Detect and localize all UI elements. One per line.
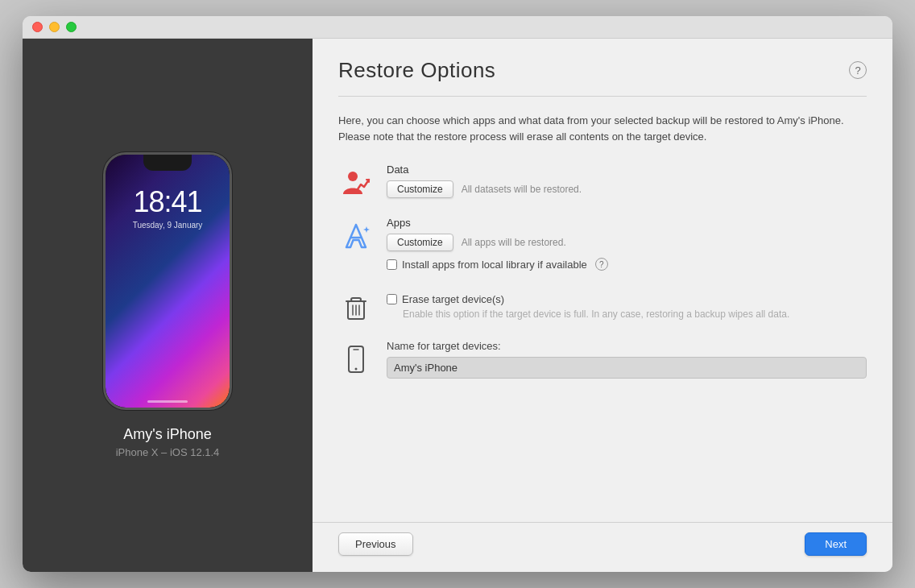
svg-point-10 <box>355 368 358 371</box>
device-info: Amy's iPhone iPhone X – iOS 12.1.4 <box>116 426 220 458</box>
data-content: Data Customize All datasets will be rest… <box>387 164 867 198</box>
close-button[interactable] <box>32 22 43 32</box>
svg-rect-4 <box>351 298 361 301</box>
svg-point-0 <box>348 172 358 181</box>
titlebar <box>23 16 892 39</box>
content-area: 18:41 Tuesday, 9 January Amy's iPhone iP… <box>23 39 892 572</box>
erase-label[interactable]: Erase target device(s) <box>402 293 504 305</box>
install-local-checkbox[interactable] <box>387 259 397 270</box>
apps-section: Apps Customize All apps will be restored… <box>338 217 867 271</box>
right-panel: Restore Options ? Here, you can choose w… <box>313 39 892 572</box>
apps-content: Apps Customize All apps will be restored… <box>387 217 867 271</box>
name-content: Name for target devices: <box>387 340 867 379</box>
phone-home-indicator <box>147 400 188 403</box>
apps-icon <box>338 218 374 254</box>
phone-time: 18:41 <box>106 185 230 219</box>
name-label: Name for target devices: <box>387 340 867 352</box>
left-panel: 18:41 Tuesday, 9 January Amy's iPhone iP… <box>23 39 313 572</box>
erase-section: Erase target device(s) Enable this optio… <box>338 287 867 324</box>
minimize-button[interactable] <box>49 22 60 32</box>
right-header: Restore Options ? <box>313 39 892 96</box>
device-model: iPhone X – iOS 12.1.4 <box>116 446 220 458</box>
previous-button[interactable]: Previous <box>338 532 413 556</box>
install-local-row: Install apps from local library if avail… <box>387 258 867 271</box>
erase-checkbox-row: Erase target device(s) <box>387 293 867 305</box>
phone-small-icon <box>338 342 374 377</box>
phone-container: 18:41 Tuesday, 9 January Amy's iPhone iP… <box>103 152 232 458</box>
help-button[interactable]: ? <box>849 61 867 79</box>
name-section: Name for target devices: <box>338 340 867 379</box>
erase-content: Erase target device(s) Enable this optio… <box>387 287 867 320</box>
phone-frame: 18:41 Tuesday, 9 January <box>103 152 232 410</box>
device-name: Amy's iPhone <box>116 426 220 443</box>
phone-date: Tuesday, 9 January <box>106 221 230 230</box>
apps-hint: All apps will be restored. <box>462 237 566 248</box>
footer: Previous Next <box>313 522 892 572</box>
page-title: Restore Options <box>338 58 495 83</box>
erase-description: Enable this option if the target device … <box>403 308 867 320</box>
next-button[interactable]: Next <box>805 532 867 556</box>
description-text: Here, you can choose which apps and what… <box>338 113 867 144</box>
apps-controls: Customize All apps will be restored. <box>387 234 867 251</box>
phone-notch <box>143 155 192 171</box>
apps-customize-button[interactable]: Customize <box>387 234 453 251</box>
name-input[interactable] <box>387 357 867 379</box>
erase-checkbox[interactable] <box>387 294 397 304</box>
data-icon <box>338 165 374 201</box>
data-controls: Customize All datasets will be restored. <box>387 180 867 198</box>
data-customize-button[interactable]: Customize <box>387 180 453 198</box>
data-section: Data Customize All datasets will be rest… <box>338 164 867 201</box>
apps-label: Apps <box>387 217 867 229</box>
install-local-help-button[interactable]: ? <box>595 258 608 271</box>
maximize-button[interactable] <box>66 22 77 32</box>
main-window: 18:41 Tuesday, 9 January Amy's iPhone iP… <box>23 16 892 572</box>
right-body: Here, you can choose which apps and what… <box>313 97 892 522</box>
data-hint: All datasets will be restored. <box>462 184 582 195</box>
install-local-label[interactable]: Install apps from local library if avail… <box>402 259 587 271</box>
erase-icon <box>338 288 374 324</box>
data-label: Data <box>387 164 867 176</box>
